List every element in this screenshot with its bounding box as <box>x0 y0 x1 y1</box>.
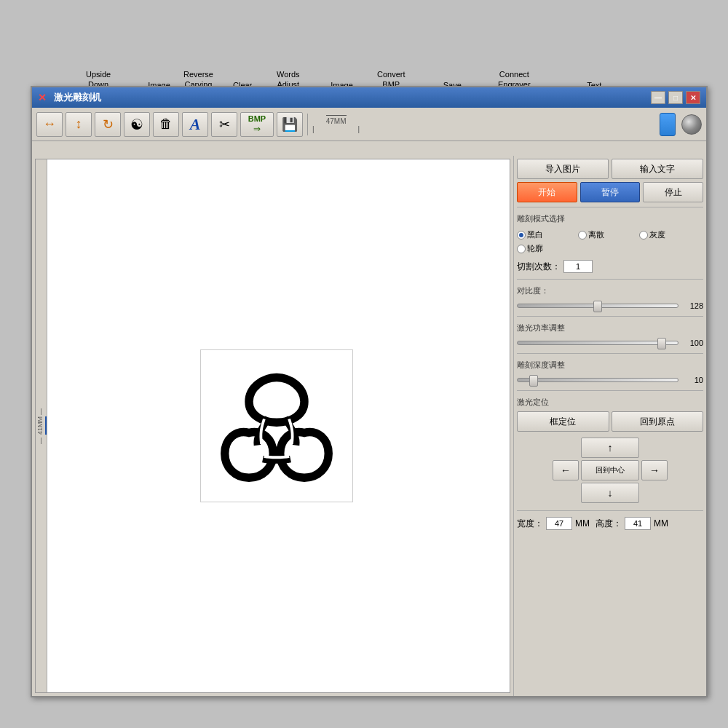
convert-bmp-button[interactable]: BMP ⇒ <box>240 112 274 137</box>
yin-yang-icon: ☯ <box>130 116 143 133</box>
main-content: | 41MM | <box>32 156 706 696</box>
mode-bw-radio[interactable] <box>517 231 526 240</box>
laser-value: 100 <box>681 339 703 347</box>
dimensions-row: 宽度： MM 高度： MM <box>517 517 703 530</box>
start-button[interactable]: 开始 <box>517 182 577 202</box>
save-button[interactable]: 💾 <box>277 112 303 137</box>
contrast-label: 对比度： <box>517 285 703 296</box>
canvas-panel: | 41MM | <box>35 159 510 693</box>
up-button[interactable]: ↑ <box>581 438 639 458</box>
return-origin-button[interactable]: 回到原点 <box>612 411 704 432</box>
mode-section-label: 雕刻模式选择 <box>517 213 703 224</box>
laser-power-label: 激光功率调整 <box>517 323 703 333</box>
image-area <box>50 167 502 685</box>
mode-radio-group: 黑白 离散 灰度 轮廓 <box>517 229 703 254</box>
center-return-button[interactable]: 回到中心 <box>581 460 639 480</box>
scissors-icon: ✂ <box>219 116 230 132</box>
left-button[interactable]: ← <box>553 460 579 480</box>
width-input[interactable] <box>546 517 572 530</box>
laser-thumb[interactable] <box>657 338 666 349</box>
import-image-button[interactable]: 导入图片 <box>517 159 609 179</box>
contrast-slider[interactable] <box>517 304 678 308</box>
cut-times-input[interactable] <box>563 260 593 273</box>
reverse-button[interactable]: ☯ <box>124 112 150 137</box>
mode-bw-option[interactable]: 黑白 <box>517 229 575 240</box>
main-window: ✕ 激光雕刻机 — □ ✕ ↔ ↕ ↻ ☯ 🗑 A ✂ BMP <box>31 86 708 697</box>
connect-area <box>660 113 702 136</box>
depth-thumb[interactable] <box>529 375 538 387</box>
right-button[interactable]: → <box>641 460 668 480</box>
v-ruler-label: 41MM <box>36 416 47 435</box>
contrast-value: 128 <box>681 301 703 310</box>
cut-times-row: 切割次数： <box>517 260 703 273</box>
mode-scatter-label: 离散 <box>588 229 604 240</box>
divider-2 <box>517 279 703 280</box>
mode-scatter-option[interactable]: 离散 <box>578 229 636 240</box>
window-title: 激光雕刻机 <box>54 91 101 104</box>
v-ruler: | 41MM | <box>36 159 47 692</box>
minimize-btn[interactable]: — <box>651 91 665 104</box>
height-input[interactable] <box>625 517 651 530</box>
position-top-row: 框定位 回到原点 <box>517 411 703 432</box>
toolbar-separator <box>307 114 308 135</box>
mode-outline-radio[interactable] <box>517 245 526 253</box>
position-label: 激光定位 <box>517 397 703 408</box>
title-icon: ✕ <box>38 92 50 103</box>
mode-bw-label: 黑白 <box>527 229 543 240</box>
direction-pad: ↑ ← 回到中心 → ↓ <box>553 438 668 503</box>
laser-slider-row: 100 <box>517 339 703 347</box>
bmp-label: BMP <box>248 114 266 123</box>
text-input-button[interactable]: 输入文字 <box>612 159 703 179</box>
upside-down-button[interactable]: ↕ <box>66 112 92 137</box>
rotate-icon: ↻ <box>103 116 114 132</box>
stop-button[interactable]: 停止 <box>643 182 703 202</box>
trash-icon: 🗑 <box>159 116 173 132</box>
divider-1 <box>517 207 703 207</box>
divider-3 <box>517 316 703 317</box>
clear-button[interactable]: 🗑 <box>153 112 179 137</box>
mode-gray-label: 灰度 <box>649 229 665 240</box>
v-ruler-top-marker: | <box>40 408 41 415</box>
titlebar: ✕ 激光雕刻机 — □ ✕ <box>32 87 706 108</box>
ruler-label: 47MM <box>326 115 347 125</box>
down-button[interactable]: ↓ <box>581 483 639 503</box>
import-buttons-row: 导入图片 输入文字 <box>517 159 703 179</box>
depth-slider-row: 10 <box>517 376 703 384</box>
mode-scatter-radio[interactable] <box>578 231 587 240</box>
width-label: 宽度： <box>517 518 543 530</box>
empty-tl <box>553 438 579 458</box>
frame-position-button[interactable]: 框定位 <box>517 411 609 432</box>
pause-button[interactable]: 暂停 <box>580 182 641 202</box>
control-buttons-row: 开始 暂停 停止 <box>517 182 703 202</box>
font-a-icon: A <box>190 115 201 134</box>
empty-tr <box>641 438 668 458</box>
mode-outline-option[interactable]: 轮廓 <box>517 243 575 254</box>
flip-lr-button[interactable]: ↔ <box>36 112 63 137</box>
status-indicator <box>681 114 702 135</box>
connect-device-button[interactable] <box>660 113 676 136</box>
toolbar: ↔ ↕ ↻ ☯ 🗑 A ✂ BMP ⇒ 💾 47MM <box>32 108 706 141</box>
laser-slider[interactable] <box>517 341 678 345</box>
mode-gray-radio[interactable] <box>639 231 648 240</box>
upside-down-icon: ↕ <box>76 116 82 132</box>
window-controls: — □ ✕ <box>651 91 700 104</box>
right-panel: 导入图片 输入文字 开始 暂停 停止 雕刻模式选择 黑白 离散 <box>513 156 706 696</box>
height-label: 高度： <box>596 518 622 530</box>
mode-gray-option[interactable]: 灰度 <box>639 229 697 240</box>
preview-svg <box>207 357 346 495</box>
image-center-button[interactable]: ✂ <box>211 112 237 137</box>
divider-4 <box>517 353 703 354</box>
divider-6 <box>517 510 703 511</box>
ruler-arrow-right: | <box>358 125 360 133</box>
bmp-arrow-icon: ⇒ <box>253 124 261 134</box>
close-btn[interactable]: ✕ <box>686 91 700 104</box>
words-adjust-button[interactable]: A <box>182 112 208 137</box>
depth-slider[interactable] <box>517 378 678 382</box>
rotate-button[interactable]: ↻ <box>95 112 121 137</box>
contrast-thumb[interactable] <box>593 301 602 312</box>
flip-lr-icon: ↔ <box>43 116 56 132</box>
maximize-btn[interactable]: □ <box>668 91 683 104</box>
height-unit: MM <box>654 518 668 529</box>
ruler-arrow-left: | <box>312 125 314 133</box>
save-icon: 💾 <box>282 116 298 132</box>
